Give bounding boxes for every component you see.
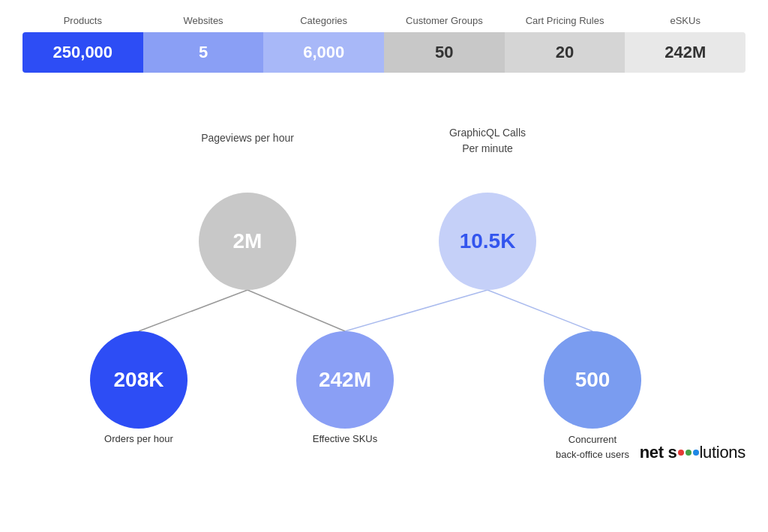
- stat-products: Products 250,000: [22, 15, 143, 73]
- svg-line-1: [248, 290, 345, 331]
- logo: net slutions: [640, 443, 746, 462]
- circle-skus-value: 242M: [319, 368, 371, 392]
- circle-users: 500: [544, 331, 641, 429]
- orders-label: Orders per hour: [104, 432, 173, 446]
- stat-websites-label: Websites: [183, 15, 223, 26]
- stats-bar: Products 250,000 Websites 5 Categories 6…: [0, 0, 768, 73]
- circle-users-value: 500: [575, 368, 610, 392]
- stat-eskus-label: eSKUs: [670, 15, 700, 26]
- stat-eskus: eSKUs 242M: [625, 15, 746, 73]
- stat-cart-pricing: Cart Pricing Rules 20: [505, 15, 626, 73]
- stat-websites-value: 5: [143, 32, 264, 73]
- circle-pageviews-value: 2M: [233, 229, 262, 253]
- svg-line-2: [345, 290, 488, 331]
- stat-categories-value: 6,000: [263, 32, 384, 73]
- stat-categories-label: Categories: [300, 15, 347, 26]
- circle-graphql: 10.5K: [439, 193, 536, 290]
- stat-products-label: Products: [64, 15, 102, 26]
- diagram-area: Pageviews per hour GraphicQL Calls Per m…: [0, 88, 768, 477]
- stat-eskus-value: 242M: [625, 32, 746, 73]
- stat-cart-pricing-value: 20: [505, 32, 626, 73]
- stat-categories: Categories 6,000: [263, 15, 384, 73]
- users-label: Concurrentback-office users: [556, 432, 629, 462]
- stat-cart-pricing-label: Cart Pricing Rules: [526, 15, 604, 26]
- circle-skus: 242M: [296, 331, 394, 429]
- circle-orders-value: 208K: [114, 368, 164, 392]
- svg-line-0: [139, 290, 248, 331]
- stat-customer-groups-value: 50: [384, 32, 505, 73]
- graphql-top-label: GraphicQL Calls Per minute: [449, 125, 526, 157]
- circle-orders: 208K: [90, 331, 188, 429]
- stat-customer-groups-label: Customer Groups: [406, 15, 483, 26]
- circle-graphql-value: 10.5K: [460, 229, 516, 253]
- svg-line-3: [488, 290, 592, 331]
- stat-customer-groups: Customer Groups 50: [384, 15, 505, 73]
- stat-websites: Websites 5: [143, 15, 264, 73]
- pageviews-top-label: Pageviews per hour: [201, 131, 294, 146]
- skus-label: Effective SKUs: [313, 432, 377, 446]
- circle-pageviews: 2M: [199, 193, 296, 290]
- stat-products-value: 250,000: [22, 32, 143, 73]
